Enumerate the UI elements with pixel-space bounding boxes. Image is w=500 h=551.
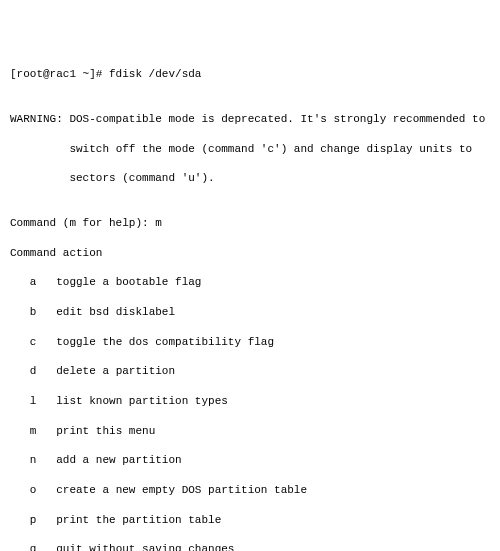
action-item: q quit without saving changes <box>10 542 490 551</box>
action-item: d delete a partition <box>10 364 490 379</box>
warning-line: switch off the mode (command 'c') and ch… <box>10 142 490 157</box>
command-action-header: Command action <box>10 246 490 261</box>
action-item: p print the partition table <box>10 513 490 528</box>
action-item: n add a new partition <box>10 453 490 468</box>
action-item: m print this menu <box>10 424 490 439</box>
action-item: o create a new empty DOS partition table <box>10 483 490 498</box>
action-item: c toggle the dos compatibility flag <box>10 335 490 350</box>
action-item: a toggle a bootable flag <box>10 275 490 290</box>
action-item: b edit bsd disklabel <box>10 305 490 320</box>
warning-line: WARNING: DOS-compatible mode is deprecat… <box>10 112 490 127</box>
warning-line: sectors (command 'u'). <box>10 171 490 186</box>
action-item: l list known partition types <box>10 394 490 409</box>
terminal-prompt: [root@rac1 ~]# fdisk /dev/sda <box>10 67 490 82</box>
command-m: Command (m for help): m <box>10 216 490 231</box>
